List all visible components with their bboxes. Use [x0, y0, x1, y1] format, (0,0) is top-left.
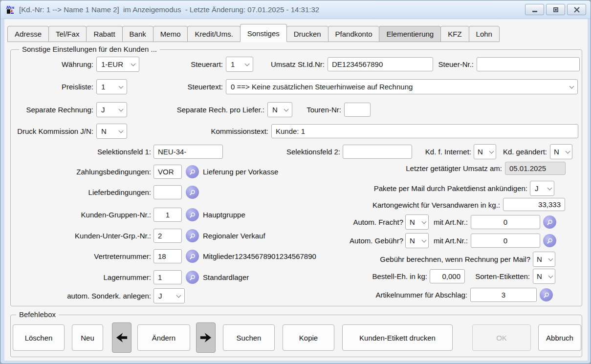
selektionsfeld1-input[interactable] — [153, 145, 223, 159]
search-icon — [542, 291, 551, 300]
title-bar: Hvs λ [Kd.-Nr: 1 --> Name 1 Name 2] im A… — [0, 0, 591, 19]
abbruch-button[interactable]: Abbruch — [538, 324, 581, 351]
neu-button[interactable]: Neu — [72, 324, 103, 351]
waehrung-select[interactable]: 1-EUR — [96, 57, 139, 72]
chevron-down-icon — [245, 62, 250, 66]
tab-rabatt[interactable]: Rabatt — [86, 26, 122, 42]
svg-text:λ: λ — [10, 8, 13, 13]
tab-sonstiges[interactable]: Sonstiges — [240, 24, 287, 42]
umsatz-stidnr-label: Umsatz St.Id.Nr: — [262, 57, 325, 72]
close-icon — [574, 7, 580, 13]
close-button[interactable] — [567, 4, 586, 15]
chevron-down-icon — [489, 149, 494, 154]
restore-icon — [553, 7, 559, 13]
vertreternummer-input[interactable] — [153, 249, 182, 263]
separate-rechnung-select[interactable]: J — [96, 102, 127, 117]
autom-gebuehr-search-button[interactable] — [543, 234, 556, 247]
autom-gebuehr-label: Autom. Gebühr? — [317, 234, 403, 248]
tab-tel-fax[interactable]: Tel/Fax — [48, 26, 87, 42]
druck-kommission-select[interactable]: N — [96, 124, 127, 139]
kunden-etikett-drucken-button[interactable]: Kunden-Etikett drucken — [342, 324, 453, 351]
tab-elementierung[interactable]: Elementierung — [379, 26, 441, 42]
tab-kredit-ums[interactable]: Kredit/Ums. — [187, 26, 240, 42]
vertreternummer-label: Vertreternummer: — [29, 249, 151, 264]
lagernummer-input[interactable] — [153, 270, 182, 284]
zahlungsbedingungen-search-button[interactable] — [186, 165, 199, 178]
chevron-down-icon — [548, 274, 553, 278]
tab-memo[interactable]: Memo — [153, 26, 188, 42]
umsatz-stidnr-input[interactable] — [328, 57, 433, 71]
chevron-down-icon — [119, 84, 124, 89]
kopie-button[interactable]: Kopie — [283, 324, 334, 351]
kd-f-internet-select[interactable]: N — [474, 144, 496, 159]
arrow-left-icon — [115, 331, 128, 344]
tab-lohn[interactable]: Lohn — [469, 26, 500, 42]
preisliste-select[interactable]: 1 — [96, 79, 127, 94]
kunden-unter-grp-nr-input[interactable] — [153, 229, 182, 243]
lagernummer-search-button[interactable] — [186, 271, 199, 284]
artikelnummer-abschlag-input[interactable] — [470, 288, 537, 302]
autom-fracht-artnr-label: mit Art.Nr.: — [421, 215, 468, 230]
autom-fracht-artnr-input[interactable] — [471, 215, 540, 229]
artikelnummer-abschlag-search-button[interactable] — [540, 288, 553, 301]
restore-button[interactable] — [546, 4, 565, 15]
search-icon — [188, 232, 197, 240]
chevron-down-icon — [119, 128, 124, 133]
chevron-down-icon — [176, 293, 181, 298]
touren-nr-input[interactable] — [344, 103, 371, 117]
app-icon: Hvs λ — [5, 5, 15, 15]
kunden-unter-grp-nr-search-button[interactable] — [186, 229, 199, 242]
separate-rech-pro-liefer-select[interactable]: N — [267, 102, 292, 117]
lieferbedingungen-search-button[interactable] — [186, 186, 199, 199]
kunden-unter-grp-nr-note: Regionaler Verkauf — [203, 229, 265, 243]
waehrung-label: Währung: — [20, 57, 93, 72]
zahlungsbedingungen-input[interactable] — [153, 165, 182, 179]
autom-fracht-search-button[interactable] — [543, 215, 556, 229]
nav-previous-button[interactable] — [112, 322, 131, 353]
steuertext-label: Steuertext: — [167, 80, 223, 94]
steuer-nr-input[interactable] — [477, 57, 580, 71]
kommissionstext-input[interactable] — [271, 124, 578, 138]
kunden-gruppen-nr-input[interactable] — [153, 208, 182, 222]
chevron-down-icon — [548, 257, 553, 261]
tab-drucken[interactable]: Drucken — [286, 26, 328, 42]
zahlungsbedingungen-note: Lieferung per Vorkasse — [203, 165, 278, 179]
tab-bank[interactable]: Bank — [122, 26, 153, 42]
steuerart-select[interactable]: 1 — [226, 57, 253, 72]
search-icon — [188, 168, 197, 176]
minimize-button[interactable] — [525, 4, 544, 15]
pakete-ankuendigen-label: Pakete per Mail durch Paketdienst ankünd… — [318, 181, 527, 196]
tab-pfandkonto[interactable]: Pfandkonto — [328, 26, 380, 42]
kartongewicht-input[interactable] — [503, 198, 565, 211]
search-icon — [546, 218, 554, 227]
vertreternummer-note: Mitglieder12345678901234567890 — [203, 249, 316, 264]
kd-geaendert-select[interactable]: N — [550, 144, 572, 159]
lieferbedingungen-input[interactable] — [153, 185, 182, 199]
separate-rechnung-label: Separate Rechnung: — [10, 103, 93, 117]
arrow-right-icon — [199, 331, 212, 344]
sorten-etiketten-select[interactable]: N — [533, 269, 555, 284]
autom-gebuehr-artnr-input[interactable] — [471, 234, 540, 248]
minimize-icon — [532, 7, 538, 13]
kunden-gruppen-nr-label: Kunden-Gruppen-Nr.: — [29, 208, 151, 222]
steuertext-select[interactable]: 0 ==> Keine zusätzlichen Steuerhinweise … — [226, 79, 578, 94]
bestell-eh-input[interactable] — [430, 269, 465, 283]
kunden-unter-grp-nr-label: Kunden-Unter-Grp.-Nr.: — [29, 229, 151, 243]
tab-kfz[interactable]: KFZ — [440, 26, 469, 42]
loeschen-button[interactable]: Löschen — [13, 324, 65, 351]
tab-adresse[interactable]: Adresse — [7, 26, 49, 42]
gebuehr-rechnung-mail-select[interactable]: N — [533, 252, 555, 267]
tab-bar: Adresse Tel/Fax Rabatt Bank Memo Kredit/… — [7, 24, 499, 42]
kommissionstext-label: Kommissionstext: — [206, 124, 268, 139]
kunden-gruppen-nr-search-button[interactable] — [186, 208, 199, 221]
pakete-ankuendigen-select[interactable]: J — [530, 181, 554, 196]
aendern-button[interactable]: Ändern — [137, 324, 190, 351]
selektionsfeld2-input[interactable] — [343, 145, 412, 159]
vertreternummer-search-button[interactable] — [186, 250, 199, 263]
autom-sonderk-anlegen-label: autom. Sonderk. anlegen: — [10, 289, 151, 303]
suchen-button[interactable]: Suchen — [223, 324, 275, 351]
lagernummer-label: Lagernummer: — [29, 270, 151, 285]
nav-next-button[interactable] — [196, 322, 216, 353]
steuerart-label: Steuerart: — [172, 57, 223, 72]
autom-sonderk-anlegen-select[interactable]: J — [153, 288, 185, 303]
